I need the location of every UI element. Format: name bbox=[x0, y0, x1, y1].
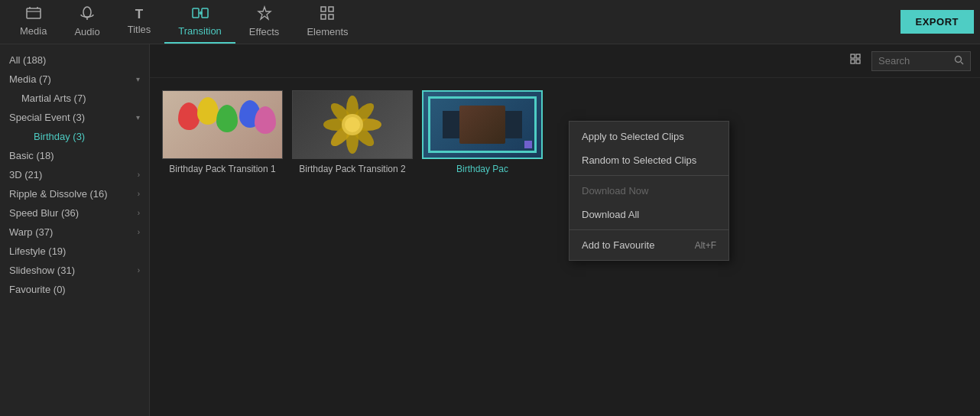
ctx-download-now-label: Download Now bbox=[582, 185, 648, 197]
sidebar-item-birthday[interactable]: Birthday (3) bbox=[0, 127, 149, 146]
balloon-pink bbox=[255, 106, 276, 134]
nav-elements-label: Elements bbox=[307, 26, 348, 37]
nav-media-label: Media bbox=[20, 25, 47, 37]
sidebar-item-3d[interactable]: 3D (21) bbox=[0, 165, 149, 184]
card-thumb-bpt2 bbox=[292, 90, 413, 159]
nav-media[interactable]: Media bbox=[6, 0, 60, 44]
nav-titles-label: Titles bbox=[128, 24, 151, 35]
nav-titles[interactable]: T Titles bbox=[114, 0, 165, 44]
svg-rect-7 bbox=[321, 15, 326, 19]
special-event-chevron-icon bbox=[136, 113, 140, 122]
ctx-apply-selected-label: Apply to Selected Clips bbox=[582, 131, 684, 142]
sidebar-item-ripple[interactable]: Ripple & Dissolve (16) bbox=[0, 184, 149, 203]
thumb-balloons bbox=[163, 91, 282, 158]
sidebar-item-martial-arts[interactable]: Martial Arts (7) bbox=[0, 89, 149, 108]
ctx-divider1 bbox=[570, 175, 729, 176]
context-menu: Apply to Selected Clips Random to Select… bbox=[569, 121, 729, 261]
svg-rect-9 bbox=[851, 54, 855, 58]
sidebar-item-warp[interactable]: Warp (37) bbox=[0, 223, 149, 242]
warp-chevron-icon bbox=[138, 228, 140, 236]
search-icon bbox=[954, 55, 964, 67]
ctx-divider2 bbox=[570, 229, 729, 230]
svg-point-1 bbox=[83, 7, 91, 18]
sidebar-item-ripple-label: Ripple & Dissolve (16) bbox=[9, 188, 108, 200]
svg-marker-4 bbox=[258, 7, 271, 19]
content-area: Birthday Pack Transition 1 bbox=[150, 44, 980, 416]
ctx-random-selected-label: Random to Selected Clips bbox=[582, 154, 696, 166]
nav-effects[interactable]: Effects bbox=[235, 0, 294, 44]
transition-icon bbox=[192, 6, 209, 22]
ctx-download-all[interactable]: Download All bbox=[570, 203, 729, 226]
card-label-bpt2: Birthday Pack Transition 2 bbox=[292, 164, 413, 176]
sidebar-item-slideshow[interactable]: Slideshow (31) bbox=[0, 261, 149, 280]
ctx-add-favourite[interactable]: Add to Favourite Alt+F bbox=[570, 233, 729, 257]
svg-point-13 bbox=[956, 56, 962, 62]
ctx-add-favourite-label: Add to Favourite bbox=[582, 239, 654, 251]
svg-rect-3 bbox=[202, 8, 208, 18]
grid-card-bpt2[interactable]: Birthday Pack Transition 2 bbox=[292, 90, 413, 176]
thumb-frame bbox=[423, 92, 541, 158]
sidebar-item-media-label: Media (7) bbox=[9, 73, 51, 85]
media-icon bbox=[26, 6, 41, 22]
sidebar-item-media[interactable]: Media (7) bbox=[0, 70, 149, 89]
svg-rect-0 bbox=[27, 8, 41, 18]
balloon-red bbox=[178, 102, 200, 130]
nav-audio[interactable]: Audio bbox=[60, 0, 113, 44]
svg-rect-5 bbox=[321, 7, 326, 11]
ctx-download-all-label: Download All bbox=[582, 209, 639, 220]
sidebar-item-basic[interactable]: Basic (18) bbox=[0, 146, 149, 165]
frame-img bbox=[459, 106, 505, 144]
nav-audio-label: Audio bbox=[74, 26, 99, 37]
svg-point-23 bbox=[345, 117, 360, 132]
svg-rect-12 bbox=[856, 60, 860, 63]
sidebar-item-lifestyle-label: Lifestyle (19) bbox=[9, 245, 66, 257]
3d-chevron-icon bbox=[138, 171, 140, 179]
sidebar-item-speed-blur-label: Speed Blur (36) bbox=[9, 207, 79, 219]
content-toolbar bbox=[150, 44, 980, 78]
sidebar-item-favourite[interactable]: Favourite (0) bbox=[0, 280, 149, 299]
card-thumb-bpt3 bbox=[422, 90, 543, 159]
svg-rect-11 bbox=[851, 60, 855, 63]
frame-inner bbox=[443, 111, 522, 138]
sidebar: All (188) Media (7) Martial Arts (7) Spe… bbox=[0, 44, 150, 416]
purple-dot bbox=[524, 141, 532, 148]
nav-elements[interactable]: Elements bbox=[293, 0, 362, 44]
speed-blur-chevron-icon bbox=[138, 209, 140, 217]
sidebar-item-lifestyle[interactable]: Lifestyle (19) bbox=[0, 242, 149, 261]
ripple-chevron-icon bbox=[138, 190, 140, 198]
svg-rect-2 bbox=[193, 8, 199, 18]
effects-icon bbox=[257, 5, 272, 23]
ctx-apply-selected[interactable]: Apply to Selected Clips bbox=[570, 125, 729, 148]
export-button[interactable]: EXPORT bbox=[900, 10, 974, 34]
ctx-add-favourite-shortcut: Alt+F bbox=[695, 240, 716, 251]
svg-rect-8 bbox=[329, 15, 333, 19]
search-input[interactable] bbox=[878, 55, 949, 67]
grid-card-bpt3[interactable]: Birthday Pac bbox=[422, 90, 543, 176]
sidebar-item-special-event-label: Special Event (3) bbox=[9, 112, 85, 123]
grid-view-button[interactable] bbox=[847, 50, 865, 72]
elements-icon bbox=[320, 5, 335, 23]
sidebar-item-special-event[interactable]: Special Event (3) bbox=[0, 108, 149, 127]
balloon-yellow bbox=[197, 97, 219, 125]
nav-effects-label: Effects bbox=[249, 26, 280, 37]
main-layout: All (188) Media (7) Martial Arts (7) Spe… bbox=[0, 44, 980, 416]
sidebar-item-birthday-label: Birthday (3) bbox=[34, 131, 85, 142]
grid-card-bpt1[interactable]: Birthday Pack Transition 1 bbox=[162, 90, 283, 176]
slideshow-chevron-icon bbox=[138, 266, 140, 275]
search-box bbox=[871, 51, 971, 71]
top-nav: Media Audio T Titles Transition bbox=[0, 0, 980, 44]
sidebar-item-3d-label: 3D (21) bbox=[9, 169, 42, 180]
nav-transition[interactable]: Transition bbox=[164, 0, 235, 44]
svg-rect-6 bbox=[329, 7, 333, 11]
card-thumb-bpt1 bbox=[162, 90, 283, 159]
ctx-random-selected[interactable]: Random to Selected Clips bbox=[570, 148, 729, 172]
frame-border bbox=[428, 96, 537, 153]
svg-rect-10 bbox=[856, 54, 860, 58]
sidebar-item-speed-blur[interactable]: Speed Blur (36) bbox=[0, 203, 149, 223]
card-label-bpt1: Birthday Pack Transition 1 bbox=[162, 164, 283, 176]
sidebar-item-all[interactable]: All (188) bbox=[0, 50, 149, 70]
flower-svg bbox=[314, 94, 391, 155]
sidebar-item-basic-label: Basic (18) bbox=[9, 150, 54, 161]
titles-icon: T bbox=[135, 8, 143, 21]
sidebar-item-slideshow-label: Slideshow (31) bbox=[9, 265, 75, 276]
